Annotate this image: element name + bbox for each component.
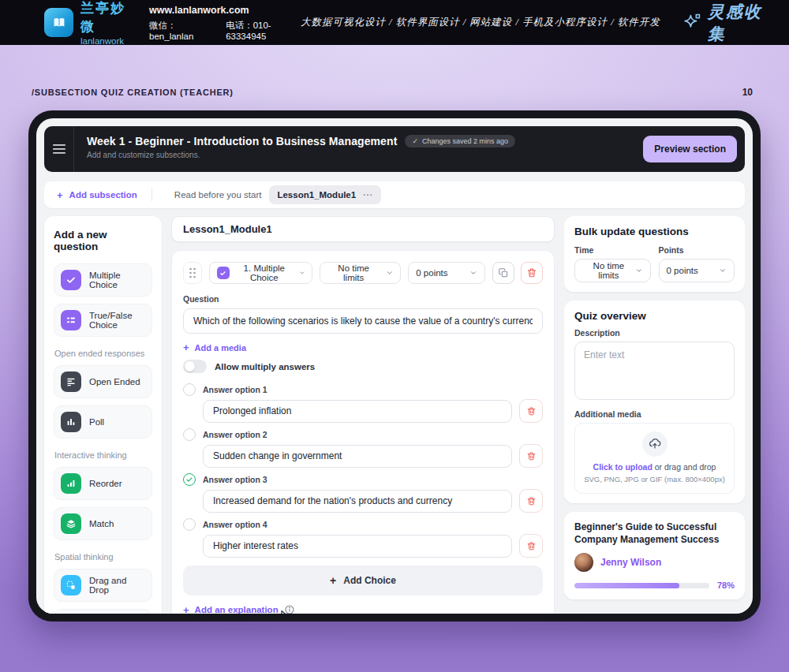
answer-text-input[interactable] [203, 400, 512, 423]
description-textarea[interactable] [574, 342, 735, 400]
click-to-upload-link[interactable]: Click to upload [593, 462, 653, 472]
bar-chart-icon [61, 412, 81, 432]
tab-lesson1-module1[interactable]: Lesson1_Module1 ··· [269, 185, 381, 204]
question-text-input[interactable] [183, 308, 543, 334]
section-subtitle: Add and customize subsections. [87, 151, 515, 159]
media-upload-dropzone[interactable]: Click to upload or drag and drop SVG, PN… [574, 423, 735, 494]
tab-more-icon[interactable]: ··· [363, 191, 373, 200]
quiz-overview-card: Quiz overview Description Additional med… [564, 301, 745, 503]
answer-text-input[interactable] [203, 535, 512, 558]
points-select[interactable]: 0 points [408, 262, 485, 284]
site-header: 兰亭妙微 lanlanwork www.lanlanwork.com 微信：be… [0, 0, 789, 45]
trash-icon [526, 541, 537, 551]
hamburger-menu-button[interactable] [44, 126, 74, 172]
delete-answer-button[interactable] [519, 534, 543, 558]
chevron-down-icon [635, 267, 643, 274]
plus-icon: + [330, 575, 336, 586]
correct-answer-toggle[interactable] [183, 518, 196, 531]
subsection-tabs: + Add subsection Read before you start L… [44, 181, 745, 208]
wechat-text: 微信：ben_lanlan [149, 20, 211, 41]
answer-text-input[interactable] [203, 490, 512, 513]
sidebar-item-reorder[interactable]: Reorder [54, 467, 152, 500]
checkbox-check-icon [61, 270, 81, 290]
answer-option-row: Answer option 4 [183, 518, 543, 558]
points-label: Points [659, 245, 735, 255]
trash-icon [526, 451, 537, 461]
question-editor: Lesson1_Module1 1. Multiple Choice [171, 216, 555, 614]
chevron-down-icon [719, 267, 727, 274]
answer-option-label: Answer option 3 [203, 475, 267, 484]
sidebar-item-drag-and-drop[interactable]: Drag and Drop [54, 569, 152, 602]
author-avatar [574, 553, 593, 572]
allow-multiple-toggle[interactable] [183, 360, 207, 373]
delete-answer-button[interactable] [519, 399, 543, 423]
chevron-down-icon [299, 269, 305, 277]
trash-icon [526, 496, 537, 506]
bulk-points-select[interactable]: 0 points [659, 259, 735, 282]
contact-block: www.lanlanwork.com 微信：ben_lanlan 电话：010-… [149, 5, 301, 41]
correct-answer-toggle[interactable] [183, 383, 196, 396]
info-icon[interactable] [284, 604, 295, 614]
course-title: Beginner's Guide to Successful Company M… [574, 521, 735, 546]
answer-option-row: Answer option 1 [183, 383, 543, 423]
drag-dots-icon [189, 267, 196, 278]
add-choice-button[interactable]: + Add Choice [183, 566, 543, 595]
app-window: Week 1 - Beginner - Introduction to Busi… [28, 110, 761, 622]
sidebar-group-interactive: Interactive thinking [54, 450, 151, 460]
drag-drop-icon [61, 575, 81, 595]
allow-multiple-label: Allow multiply answers [215, 362, 315, 371]
question-type-select[interactable]: 1. Multiple Choice [209, 262, 313, 284]
add-media-button[interactable]: + Add a media [183, 342, 543, 353]
duplicate-question-button[interactable] [492, 262, 514, 284]
trash-icon [526, 406, 537, 416]
chevron-down-icon [469, 269, 477, 277]
hamburger-icon [53, 144, 65, 154]
time-limit-select[interactable]: No time limits [320, 262, 401, 284]
quiz-overview-title: Quiz overview [574, 310, 735, 322]
answer-text-input[interactable] [203, 445, 512, 468]
sidebar-item-true-false[interactable]: True/False Choice [54, 304, 152, 337]
module-title-field[interactable]: Lesson1_Module1 [171, 216, 555, 242]
add-explanation-button[interactable]: + Add an explanation [183, 605, 279, 614]
text-lines-icon [61, 371, 81, 392]
bulk-update-title: Bulk update questions [574, 226, 735, 237]
sidebar-item-match[interactable]: Match [54, 507, 152, 540]
allow-multiple-row: Allow multiply answers [183, 360, 543, 373]
section-titles: Week 1 - Beginner - Introduction to Busi… [74, 126, 515, 172]
section-title: Week 1 - Beginner - Introduction to Busi… [87, 135, 397, 147]
answer-option-row: Answer option 2 [183, 428, 543, 468]
upload-cloud-icon [642, 431, 667, 457]
upload-hint: SVG, PNG, JPG or GIF (max. 800×400px) [581, 475, 727, 483]
plus-icon: + [183, 605, 189, 614]
website-text: www.lanlanwork.com [149, 5, 301, 16]
add-subsection-button[interactable]: + Add subsection [57, 190, 137, 200]
correct-answer-toggle[interactable] [183, 428, 196, 441]
delete-answer-button[interactable] [519, 489, 543, 513]
bulk-time-select[interactable]: No time limits [574, 259, 651, 282]
progress-percent: 78% [717, 581, 735, 590]
sidebar-group-spatial: Spatial thinking [54, 552, 151, 562]
answer-option-row: Answer option 3 [183, 473, 543, 513]
page-number: 10 [742, 87, 753, 98]
sidebar-item-open-ended[interactable]: Open Ended [54, 365, 152, 398]
description-label: Description [574, 328, 735, 338]
question-types-sidebar: Add a new question Multiple Choice True/… [44, 216, 162, 614]
trash-icon [526, 267, 537, 278]
correct-answer-toggle[interactable] [183, 473, 196, 486]
sidebar-item-multiple-choice[interactable]: Multiple Choice [54, 263, 152, 297]
sidebar-item-poll[interactable]: Poll [54, 405, 152, 439]
tab-read-before-you-start[interactable]: Read before you start [166, 185, 270, 204]
sidebar-item-sequencing[interactable]: Sequencing [54, 609, 152, 614]
add-explanation-row: + Add an explanation [183, 604, 543, 614]
answer-option-label: Answer option 4 [203, 520, 267, 529]
page-meta: /SUBSECTION QUIZ CREATION (TEACHER) 10 [0, 87, 789, 98]
bulk-update-card: Bulk update questions Time No time limit… [564, 216, 745, 292]
author-name[interactable]: Jenny Wilson [600, 557, 661, 568]
preview-section-button[interactable]: Preview section [643, 136, 737, 162]
drag-handle[interactable] [183, 262, 202, 284]
services-text: 大数据可视化设计 / 软件界面设计 / 网站建设 / 手机及小程序设计 / 软件… [301, 16, 660, 29]
delete-answer-button[interactable] [519, 444, 543, 468]
check-icon: ✓ [412, 137, 418, 145]
phone-text: 电话：010-63334945 [226, 20, 301, 41]
delete-question-button[interactable] [521, 262, 543, 284]
